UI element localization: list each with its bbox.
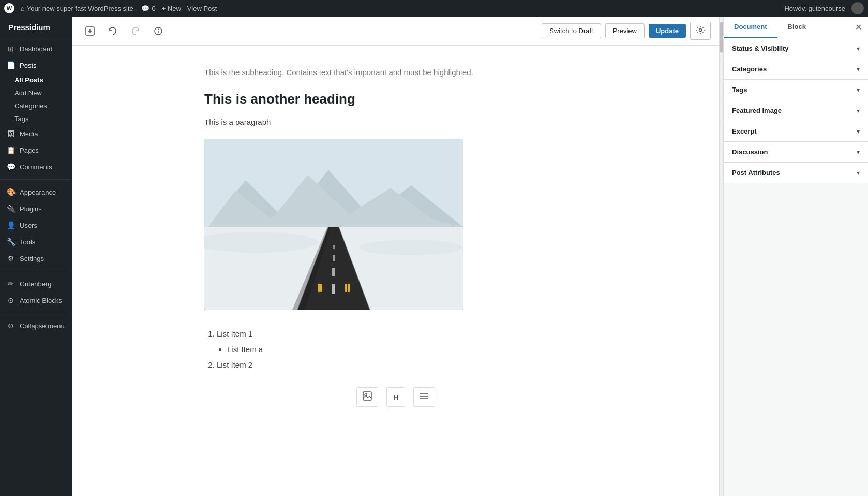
sidebar-item-label: Media <box>20 130 38 138</box>
comments-icon: 💬 <box>141 5 149 12</box>
collapse-icon: ⊙ <box>6 322 16 330</box>
sidebar: Pressidium ⊞ Dashboard 📄 Posts All Posts… <box>0 17 72 496</box>
posts-icon: 📄 <box>6 61 16 69</box>
editor-content[interactable]: This is the subheading. Contains text th… <box>72 46 719 496</box>
sidebar-item-media[interactable]: 🖼 Media <box>0 125 72 142</box>
media-icon: 🖼 <box>6 129 16 138</box>
sidebar-item-label: Gutenberg <box>20 280 51 288</box>
settings-icon: ⚙ <box>6 254 16 262</box>
wp-logo-icon[interactable]: W <box>4 3 14 13</box>
admin-bar-new[interactable]: + New <box>162 5 181 12</box>
panel-section-discussion[interactable]: Discussion ▾ <box>724 142 868 163</box>
list-item[interactable]: List Item 2 <box>217 357 587 373</box>
svg-point-6 <box>699 29 702 32</box>
panel-section-tags[interactable]: Tags ▾ <box>724 80 868 100</box>
block-tool-list[interactable] <box>413 387 435 407</box>
collapse-label: Collapse menu <box>20 322 65 330</box>
sidebar-item-users[interactable]: 👤 Users <box>0 217 72 234</box>
update-button[interactable]: Update <box>649 24 686 38</box>
svg-point-12 <box>360 240 463 255</box>
undo-button[interactable] <box>103 23 122 39</box>
sidebar-item-label: Comments <box>20 163 52 171</box>
svg-rect-14 <box>332 284 335 294</box>
sidebar-item-atomic-blocks[interactable]: ⊙ Atomic Blocks <box>0 292 72 309</box>
svg-rect-25 <box>363 392 371 400</box>
site-name: Your new super fast WordPress site. <box>27 5 136 12</box>
admin-bar-comments[interactable]: 💬 0 <box>141 5 155 12</box>
sidebar-collapse-menu[interactable]: ⊙ Collapse menu <box>0 317 72 334</box>
panel-section-featured-image[interactable]: Featured Image ▾ <box>724 100 868 121</box>
panel-section-post-attributes[interactable]: Post Attributes ▾ <box>724 163 868 183</box>
settings-button[interactable] <box>690 22 711 40</box>
sidebar-item-comments[interactable]: 💬 Comments <box>0 158 72 175</box>
user-avatar[interactable] <box>851 2 864 14</box>
right-panel: Document Block ✕ Status & Visibility ▾ C… <box>723 17 868 496</box>
chevron-down-icon: ▾ <box>857 86 860 94</box>
sidebar-subitem-tags[interactable]: Tags <box>0 112 72 125</box>
add-block-button[interactable] <box>81 23 99 39</box>
sidebar-item-pages[interactable]: 📋 Pages <box>0 142 72 158</box>
sidebar-item-tools[interactable]: 🔧 Tools <box>0 234 72 250</box>
redo-button[interactable] <box>126 23 145 39</box>
svg-rect-20 <box>318 284 320 292</box>
sidebar-item-label: Pages <box>20 147 39 154</box>
block-toolbar: H <box>204 381 587 413</box>
block-tool-heading[interactable]: H <box>386 387 405 407</box>
sidebar-item-settings[interactable]: ⚙ Settings <box>0 250 72 267</box>
chevron-down-icon: ▾ <box>857 45 860 52</box>
sidebar-item-label: Settings <box>20 255 44 262</box>
svg-rect-15 <box>332 268 335 276</box>
sidebar-item-label: Tools <box>20 238 35 246</box>
sidebar-item-label: Posts <box>20 62 37 69</box>
svg-rect-21 <box>320 284 322 292</box>
sidebar-item-gutenberg[interactable]: ✏ Gutenberg <box>0 275 72 292</box>
preview-button[interactable]: Preview <box>605 23 645 38</box>
tab-block[interactable]: Block <box>777 17 816 38</box>
dashboard-icon: ⊞ <box>6 45 16 53</box>
admin-bar-site[interactable]: ⌂ Your new super fast WordPress site. <box>21 5 135 12</box>
list-item[interactable]: List Item 1 List Item a <box>217 326 587 357</box>
svg-rect-17 <box>333 245 335 249</box>
panel-tabs: Document Block ✕ <box>724 17 868 38</box>
panel-section-excerpt[interactable]: Excerpt ▾ <box>724 121 868 142</box>
chevron-down-icon: ▾ <box>857 107 860 114</box>
content-subheading: This is the subheading. Contains text th… <box>204 66 587 79</box>
comments-count: 0 <box>152 5 155 12</box>
sidebar-subitem-categories[interactable]: Categories <box>0 99 72 112</box>
view-post-label: View Post <box>187 5 217 12</box>
tab-document[interactable]: Document <box>724 17 777 38</box>
sidebar-subitem-add-new[interactable]: Add New <box>0 86 72 99</box>
panel-content: Status & Visibility ▾ Categories ▾ Tags … <box>724 38 868 496</box>
content-paragraph[interactable]: This is a paragraph <box>204 118 587 126</box>
sidebar-item-posts[interactable]: 📄 Posts <box>0 57 72 74</box>
svg-point-5 <box>158 28 159 30</box>
svg-rect-22 <box>345 284 347 292</box>
chevron-down-icon: ▾ <box>857 128 860 135</box>
content-heading[interactable]: This is another heading <box>204 91 587 107</box>
chevron-down-icon: ▾ <box>857 149 860 156</box>
plugins-icon: 🔌 <box>6 205 16 213</box>
editor-scrollbar[interactable] <box>719 17 723 496</box>
panel-section-categories[interactable]: Categories ▾ <box>724 59 868 80</box>
content-list[interactable]: List Item 1 List Item a List Item 2 <box>204 326 587 373</box>
editor-area: Switch to Draft Preview Update This is t… <box>72 17 719 496</box>
content-image[interactable] <box>204 139 463 310</box>
sidebar-item-appearance[interactable]: 🎨 Appearance <box>0 184 72 200</box>
chevron-down-icon: ▾ <box>857 169 860 177</box>
admin-bar: W ⌂ Your new super fast WordPress site. … <box>0 0 868 17</box>
sidebar-subitem-all-posts[interactable]: All Posts <box>0 74 72 86</box>
users-icon: 👤 <box>6 221 16 229</box>
svg-rect-23 <box>348 284 350 292</box>
block-tool-image[interactable] <box>356 387 378 407</box>
panel-close-button[interactable]: ✕ <box>849 18 868 36</box>
sidebar-item-dashboard[interactable]: ⊞ Dashboard <box>0 40 72 57</box>
info-button[interactable] <box>149 23 168 39</box>
admin-bar-view-post[interactable]: View Post <box>187 5 217 12</box>
editor-toolbar: Switch to Draft Preview Update <box>72 17 719 46</box>
sidebar-item-label: Dashboard <box>20 45 53 53</box>
atomic-blocks-icon: ⊙ <box>6 296 16 304</box>
panel-section-status-visibility[interactable]: Status & Visibility ▾ <box>724 38 868 59</box>
switch-to-draft-button[interactable]: Switch to Draft <box>542 23 601 38</box>
list-item[interactable]: List Item a <box>227 342 587 357</box>
sidebar-item-plugins[interactable]: 🔌 Plugins <box>0 200 72 217</box>
